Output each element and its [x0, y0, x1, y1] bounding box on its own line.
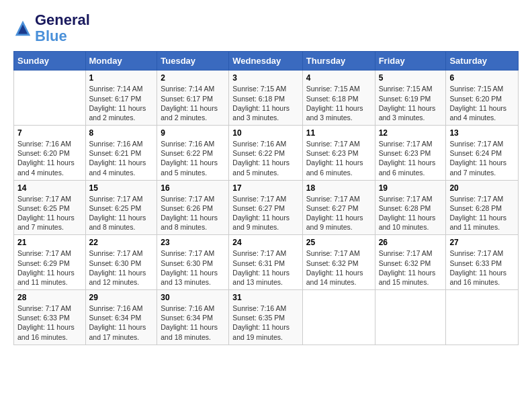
day-number: 11	[306, 128, 371, 138]
day-number: 15	[89, 183, 154, 193]
day-info: Sunrise: 7:17 AMSunset: 6:28 PMDaylight:…	[379, 194, 443, 232]
day-number: 25	[306, 238, 371, 247]
calendar-cell: 16Sunrise: 7:17 AMSunset: 6:26 PMDayligh…	[157, 180, 229, 235]
calendar-cell: 22Sunrise: 7:17 AMSunset: 6:30 PMDayligh…	[85, 235, 157, 290]
day-number: 26	[379, 238, 443, 247]
day-number: 5	[379, 73, 443, 83]
calendar-cell: 20Sunrise: 7:17 AMSunset: 6:28 PMDayligh…	[446, 180, 519, 235]
calendar-cell	[302, 290, 375, 345]
calendar-table: SundayMondayTuesdayWednesdayThursdayFrid…	[13, 51, 519, 345]
day-info: Sunrise: 7:17 AMSunset: 6:24 PMDaylight:…	[449, 139, 515, 177]
logo-text: General Blue	[35, 12, 90, 44]
calendar-cell: 19Sunrise: 7:17 AMSunset: 6:28 PMDayligh…	[375, 180, 446, 235]
day-number: 4	[306, 73, 371, 83]
calendar-cell: 9Sunrise: 7:16 AMSunset: 6:22 PMDaylight…	[157, 126, 229, 181]
day-number: 23	[161, 238, 225, 247]
calendar-cell: 24Sunrise: 7:17 AMSunset: 6:31 PMDayligh…	[229, 235, 302, 290]
page: General Blue SundayMondayTuesdayWednesda…	[0, 0, 532, 411]
calendar-cell: 7Sunrise: 7:16 AMSunset: 6:20 PMDaylight…	[14, 126, 86, 181]
day-info: Sunrise: 7:17 AMSunset: 6:31 PMDaylight:…	[232, 248, 298, 287]
calendar-cell: 18Sunrise: 7:17 AMSunset: 6:27 PMDayligh…	[302, 180, 375, 235]
day-info: Sunrise: 7:15 AMSunset: 6:19 PMDaylight:…	[379, 84, 443, 122]
calendar-cell: 10Sunrise: 7:16 AMSunset: 6:22 PMDayligh…	[229, 126, 302, 181]
week-row-4: 21Sunrise: 7:17 AMSunset: 6:29 PMDayligh…	[14, 235, 519, 290]
day-info: Sunrise: 7:14 AMSunset: 6:17 PMDaylight:…	[89, 84, 154, 122]
day-info: Sunrise: 7:16 AMSunset: 6:22 PMDaylight:…	[161, 139, 225, 177]
day-info: Sunrise: 7:16 AMSunset: 6:35 PMDaylight:…	[232, 304, 298, 342]
day-number: 16	[161, 183, 225, 193]
day-number: 21	[17, 238, 82, 247]
calendar-cell: 4Sunrise: 7:15 AMSunset: 6:18 PMDaylight…	[302, 71, 375, 126]
day-number: 10	[232, 128, 298, 138]
day-info: Sunrise: 7:16 AMSunset: 6:22 PMDaylight:…	[232, 139, 298, 177]
calendar-cell: 14Sunrise: 7:17 AMSunset: 6:25 PMDayligh…	[14, 180, 86, 235]
calendar-cell: 27Sunrise: 7:17 AMSunset: 6:33 PMDayligh…	[446, 235, 519, 290]
day-number: 7	[17, 128, 82, 138]
day-info: Sunrise: 7:16 AMSunset: 6:21 PMDaylight:…	[89, 139, 154, 177]
week-row-5: 28Sunrise: 7:17 AMSunset: 6:33 PMDayligh…	[14, 290, 519, 345]
calendar-cell: 3Sunrise: 7:15 AMSunset: 6:18 PMDaylight…	[229, 71, 302, 126]
calendar-cell: 23Sunrise: 7:17 AMSunset: 6:30 PMDayligh…	[157, 235, 229, 290]
calendar-cell: 6Sunrise: 7:15 AMSunset: 6:20 PMDaylight…	[446, 71, 519, 126]
calendar-cell: 2Sunrise: 7:14 AMSunset: 6:17 PMDaylight…	[157, 71, 229, 126]
calendar-cell	[446, 290, 519, 345]
day-info: Sunrise: 7:16 AMSunset: 6:34 PMDaylight:…	[89, 304, 154, 342]
day-info: Sunrise: 7:15 AMSunset: 6:18 PMDaylight:…	[306, 84, 371, 122]
day-number: 29	[89, 293, 154, 302]
logo: General Blue	[13, 12, 90, 44]
calendar-cell: 30Sunrise: 7:16 AMSunset: 6:34 PMDayligh…	[157, 290, 229, 345]
day-number: 3	[232, 73, 298, 83]
calendar-cell: 17Sunrise: 7:17 AMSunset: 6:27 PMDayligh…	[229, 180, 302, 235]
column-header-wednesday: Wednesday	[229, 52, 302, 71]
day-info: Sunrise: 7:17 AMSunset: 6:25 PMDaylight:…	[17, 194, 82, 232]
day-info: Sunrise: 7:17 AMSunset: 6:32 PMDaylight:…	[306, 248, 371, 287]
day-number: 13	[449, 128, 515, 138]
column-header-saturday: Saturday	[446, 52, 519, 71]
week-row-1: 1Sunrise: 7:14 AMSunset: 6:17 PMDaylight…	[14, 71, 519, 126]
day-number: 1	[89, 73, 154, 83]
calendar-cell: 11Sunrise: 7:17 AMSunset: 6:23 PMDayligh…	[302, 126, 375, 181]
day-info: Sunrise: 7:17 AMSunset: 6:27 PMDaylight:…	[306, 194, 371, 232]
day-number: 27	[449, 238, 515, 247]
day-number: 28	[17, 293, 82, 302]
day-info: Sunrise: 7:17 AMSunset: 6:32 PMDaylight:…	[379, 248, 443, 287]
day-info: Sunrise: 7:17 AMSunset: 6:28 PMDaylight:…	[449, 194, 515, 232]
day-number: 24	[232, 238, 298, 247]
day-number: 2	[161, 73, 225, 83]
calendar-cell: 13Sunrise: 7:17 AMSunset: 6:24 PMDayligh…	[446, 126, 519, 181]
week-row-3: 14Sunrise: 7:17 AMSunset: 6:25 PMDayligh…	[14, 180, 519, 235]
column-header-monday: Monday	[85, 52, 157, 71]
day-info: Sunrise: 7:17 AMSunset: 6:29 PMDaylight:…	[17, 248, 82, 287]
day-number: 18	[306, 183, 371, 193]
column-header-friday: Friday	[375, 52, 446, 71]
day-info: Sunrise: 7:17 AMSunset: 6:23 PMDaylight:…	[306, 139, 371, 177]
day-info: Sunrise: 7:15 AMSunset: 6:20 PMDaylight:…	[449, 84, 515, 122]
day-number: 19	[379, 183, 443, 193]
calendar-cell: 26Sunrise: 7:17 AMSunset: 6:32 PMDayligh…	[375, 235, 446, 290]
column-header-thursday: Thursday	[302, 52, 375, 71]
header-row: SundayMondayTuesdayWednesdayThursdayFrid…	[14, 52, 519, 71]
day-info: Sunrise: 7:17 AMSunset: 6:27 PMDaylight:…	[232, 194, 298, 232]
calendar-cell: 28Sunrise: 7:17 AMSunset: 6:33 PMDayligh…	[14, 290, 86, 345]
calendar-cell: 5Sunrise: 7:15 AMSunset: 6:19 PMDaylight…	[375, 71, 446, 126]
calendar-cell: 12Sunrise: 7:17 AMSunset: 6:23 PMDayligh…	[375, 126, 446, 181]
day-info: Sunrise: 7:17 AMSunset: 6:30 PMDaylight:…	[89, 248, 154, 287]
calendar-cell: 21Sunrise: 7:17 AMSunset: 6:29 PMDayligh…	[14, 235, 86, 290]
day-number: 14	[17, 183, 82, 193]
calendar-cell: 8Sunrise: 7:16 AMSunset: 6:21 PMDaylight…	[85, 126, 157, 181]
calendar-cell	[375, 290, 446, 345]
day-info: Sunrise: 7:17 AMSunset: 6:30 PMDaylight:…	[161, 248, 225, 287]
day-number: 12	[379, 128, 443, 138]
calendar-cell: 1Sunrise: 7:14 AMSunset: 6:17 PMDaylight…	[85, 71, 157, 126]
header: General Blue	[13, 12, 519, 44]
column-header-tuesday: Tuesday	[157, 52, 229, 71]
calendar-cell: 31Sunrise: 7:16 AMSunset: 6:35 PMDayligh…	[229, 290, 302, 345]
day-info: Sunrise: 7:17 AMSunset: 6:25 PMDaylight:…	[89, 194, 154, 232]
day-info: Sunrise: 7:17 AMSunset: 6:33 PMDaylight:…	[17, 304, 82, 342]
day-info: Sunrise: 7:16 AMSunset: 6:34 PMDaylight:…	[161, 304, 225, 342]
calendar-cell: 15Sunrise: 7:17 AMSunset: 6:25 PMDayligh…	[85, 180, 157, 235]
day-number: 20	[449, 183, 515, 193]
week-row-2: 7Sunrise: 7:16 AMSunset: 6:20 PMDaylight…	[14, 126, 519, 181]
day-number: 17	[232, 183, 298, 193]
day-info: Sunrise: 7:16 AMSunset: 6:20 PMDaylight:…	[17, 139, 82, 177]
